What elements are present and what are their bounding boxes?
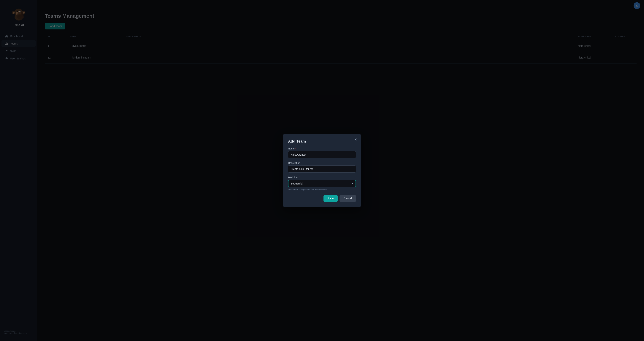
name-input[interactable] (288, 151, 356, 158)
workflow-hint: You cannot change workflow after creatio… (288, 188, 356, 190)
name-label: Name * (288, 147, 356, 150)
modal-overlay: ✕ Add Team Name * Description Workflow *… (0, 0, 644, 341)
cancel-button[interactable]: Cancel (340, 195, 356, 202)
name-field-group: Name * (288, 147, 356, 158)
modal-title: Add Team (288, 139, 356, 144)
modal-actions: Save Cancel (288, 195, 356, 202)
workflow-select[interactable]: Sequential hierarchical (288, 180, 356, 187)
save-button[interactable]: Save (324, 195, 338, 202)
name-required-star: * (295, 147, 296, 150)
add-team-modal: ✕ Add Team Name * Description Workflow *… (283, 134, 361, 207)
workflow-label: Workflow * (288, 176, 356, 179)
workflow-required-star: * (299, 176, 300, 179)
description-input[interactable] (288, 166, 356, 172)
workflow-field-group: Workflow * Sequential hierarchical ▼ You… (288, 176, 356, 190)
workflow-select-wrapper: Sequential hierarchical ▼ (288, 180, 356, 187)
modal-close-button[interactable]: ✕ (353, 137, 358, 142)
description-field-group: Description (288, 162, 356, 172)
description-label: Description (288, 162, 356, 164)
